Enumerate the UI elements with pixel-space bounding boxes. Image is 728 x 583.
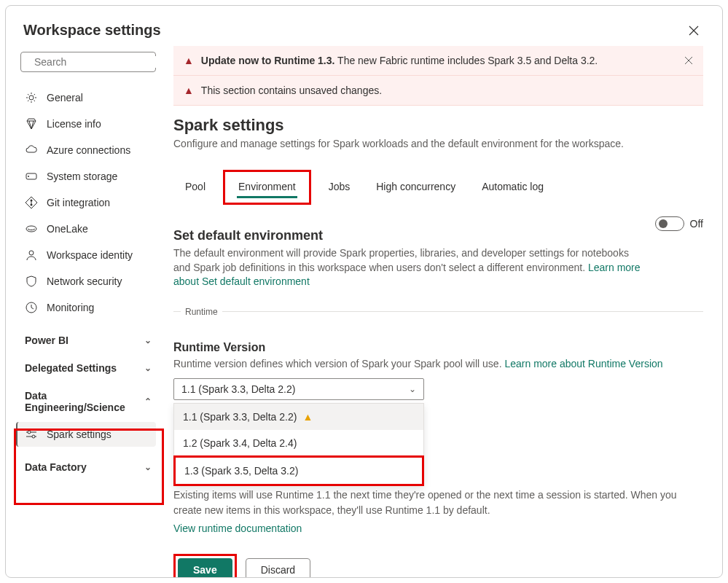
close-button[interactable] [683, 23, 705, 39]
identity-icon [25, 249, 38, 262]
sidebar-item-label: Azure connections [47, 144, 130, 156]
sidebar-item-label: Monitoring [47, 302, 94, 313]
sidebar-item-label: Git integration [47, 197, 110, 208]
runtime-version-title: Runtime Version [173, 341, 703, 354]
close-icon [684, 56, 693, 65]
runtime-version-options: 1.1 (Spark 3.3, Delta 2.2) ▲ 1.2 (Spark … [173, 403, 424, 486]
page-title: Workspace settings [23, 22, 161, 39]
sidebar-item-general[interactable]: General [20, 85, 156, 110]
runtime-version-desc: Runtime version defines which version of… [173, 357, 703, 372]
sidebar-item-onelake[interactable]: OneLake [20, 216, 156, 241]
section-powerbi[interactable]: Power BI ⌄ [20, 327, 156, 353]
section-dataeng[interactable]: Data Engineering/Science ⌃ [20, 383, 156, 420]
default-env-desc: The default environment will provide Spa… [173, 246, 641, 289]
section-delegated[interactable]: Delegated Settings ⌄ [20, 355, 156, 381]
runtime-existing-note: Existing items will use Runtime 1.1 the … [173, 488, 703, 518]
sidebar-item-azure[interactable]: Azure connections [20, 138, 156, 163]
sidebar-item-license[interactable]: License info [20, 111, 156, 136]
svg-point-13 [28, 431, 31, 434]
tab-automatic-log[interactable]: Automatic log [470, 173, 555, 201]
section-title: Spark settings [173, 116, 703, 135]
svg-point-14 [32, 435, 35, 438]
sidebar-item-label: General [47, 92, 83, 103]
tab-jobs[interactable]: Jobs [317, 173, 362, 201]
chevron-down-icon: ⌄ [144, 335, 152, 345]
view-runtime-docs-link[interactable]: View runtime documentation [173, 521, 703, 536]
tab-environment[interactable]: Environment [227, 173, 308, 201]
sidebar-item-label: System storage [47, 171, 117, 182]
section-subtitle: Configure and manage settings for Spark … [173, 138, 703, 149]
lake-icon [25, 222, 38, 235]
cloud-icon [25, 144, 38, 157]
search-input[interactable] [34, 56, 162, 68]
section-datafactory[interactable]: Data Factory ⌄ [20, 454, 156, 480]
monitor-icon [25, 301, 38, 314]
save-button[interactable]: Save [178, 558, 232, 577]
warning-icon: ▲ [184, 55, 194, 66]
shield-icon [25, 275, 38, 288]
sidebar-item-label: Workspace identity [47, 249, 133, 261]
runtime-option-1-3[interactable]: 1.3 (Spark 3.5, Delta 3.2) [173, 455, 424, 486]
discard-button[interactable]: Discard [246, 558, 310, 577]
runtime-fieldset-label: Runtime [181, 307, 222, 317]
default-env-toggle[interactable] [655, 216, 684, 231]
runtime-version-dropdown[interactable]: 1.1 (Spark 3.3, Delta 2.2) ⌄ [173, 378, 424, 400]
sidebar-item-identity[interactable]: Workspace identity [20, 243, 156, 267]
tab-pool[interactable]: Pool [173, 173, 217, 201]
sidebar-item-spark-settings[interactable]: Spark settings [16, 422, 156, 447]
learn-more-runtime-link[interactable]: Learn more about Runtime Version [504, 358, 662, 369]
sliders-icon [25, 428, 38, 441]
chevron-down-icon: ⌄ [144, 462, 152, 472]
sidebar-item-monitoring[interactable]: Monitoring [20, 295, 156, 320]
sidebar-item-git[interactable]: Git integration [20, 190, 156, 215]
chevron-up-icon: ⌃ [144, 396, 152, 407]
storage-icon [25, 170, 38, 183]
svg-point-2 [29, 95, 34, 100]
default-env-title: Set default environment [173, 228, 641, 243]
runtime-option-1-2[interactable]: 1.2 (Spark 3.4, Delta 2.4) [174, 430, 423, 456]
svg-point-9 [29, 251, 34, 255]
git-icon [25, 196, 38, 209]
sidebar-item-label: Spark settings [47, 429, 111, 440]
warning-icon: ▲ [302, 411, 313, 423]
gear-icon [25, 91, 38, 104]
chevron-down-icon: ⌄ [144, 363, 152, 373]
update-banner: ▲ Update now to Runtime 1.3. The new Fab… [173, 46, 703, 76]
sidebar-item-label: License info [47, 118, 101, 130]
search-input-wrapper[interactable] [20, 52, 156, 72]
tab-high-concurrency[interactable]: High concurrency [364, 173, 467, 201]
close-icon [689, 26, 699, 36]
chevron-down-icon: ⌄ [409, 384, 416, 394]
unsaved-banner: ▲ This section contains unsaved changes. [173, 76, 703, 106]
sidebar-item-label: Network security [47, 275, 122, 287]
sidebar-item-network[interactable]: Network security [20, 269, 156, 294]
warning-icon: ▲ [184, 85, 194, 96]
svg-point-4 [28, 176, 29, 177]
banner-close-button[interactable] [684, 56, 693, 65]
runtime-option-1-1[interactable]: 1.1 (Spark 3.3, Delta 2.2) ▲ [174, 404, 423, 430]
toggle-label: Off [690, 218, 703, 230]
diamond-icon [25, 117, 38, 130]
sidebar-item-storage[interactable]: System storage [20, 164, 156, 189]
sidebar-item-label: OneLake [47, 223, 88, 235]
